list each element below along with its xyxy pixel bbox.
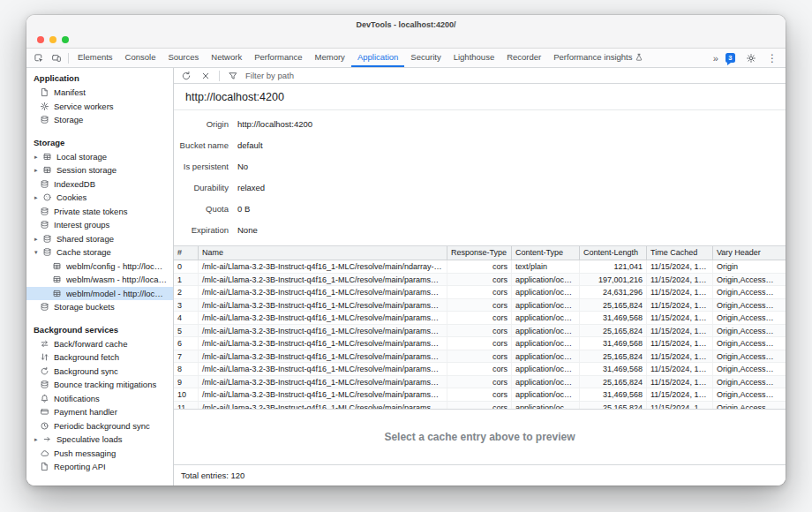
cache-entry-row-9[interactable]: 9/mlc-ai/Llama-3.2-3B-Instruct-q4f16_1-M… (174, 376, 786, 389)
preview-placeholder: Select a cache entry above to preview (174, 409, 786, 464)
table-icon (42, 165, 52, 175)
chevron-right-icon[interactable]: ▸ (34, 154, 42, 160)
cache-entry-row-4[interactable]: 4/mlc-ai/Llama-3.2-3B-Instruct-q4f16_1-M… (174, 312, 786, 325)
sidebar-item-payment-handler[interactable]: Payment handler (26, 405, 173, 419)
cell-idx: 3 (174, 299, 199, 312)
cell-content-length: 25,165,824 (580, 299, 647, 312)
chevron-right-icon[interactable]: ▸ (34, 167, 42, 173)
cache-entry-row-7[interactable]: 7/mlc-ai/Llama-3.2-3B-Instruct-q4f16_1-M… (174, 350, 786, 364)
sidebar-item-weblm-wasm-http-loca[interactable]: weblm/wasm - http://loca… (26, 273, 173, 287)
kebab-menu-icon[interactable]: ⋮ (767, 53, 778, 64)
sidebar-item-interest-groups[interactable]: Interest groups (26, 218, 173, 232)
cell-content-type: application/oc… (512, 274, 580, 286)
column-header-content-type[interactable]: Content-Type (512, 246, 580, 260)
delete-selected-icon[interactable] (197, 71, 214, 81)
chevron-down-icon[interactable]: ▾ (34, 249, 42, 255)
sidebar-item-shared-storage[interactable]: ▸Shared storage (26, 232, 173, 246)
cell-idx: 6 (174, 337, 199, 350)
tab-performance[interactable]: Performance (248, 49, 308, 67)
sidebar-section-application: Application (26, 70, 173, 86)
console-messages-icon[interactable]: 3 (726, 53, 735, 63)
cell-vary-header: Origin,Access… (713, 363, 786, 375)
sidebar-item-label: Interest groups (54, 220, 173, 230)
tab-performance-insights[interactable]: Performance insights (547, 49, 650, 67)
sidebar-item-storage[interactable]: Storage (26, 113, 173, 127)
refresh-icon[interactable] (177, 71, 195, 81)
sidebar-item-service-workers[interactable]: Service workers (26, 100, 173, 114)
sidebar-item-periodic-background-sync[interactable]: Periodic background sync (26, 419, 173, 433)
tab-label: Lighthouse (454, 52, 494, 62)
chevron-right-icon[interactable]: ▸ (34, 194, 42, 200)
meta-value-bucket-name: default (237, 140, 778, 150)
cell-response-type: cors (447, 376, 512, 388)
cache-entry-row-3[interactable]: 3/mlc-ai/Llama-3.2-3B-Instruct-q4f16_1-M… (174, 299, 786, 312)
sidebar-item-reporting-api[interactable]: Reporting API (26, 460, 173, 474)
tab-console[interactable]: Console (119, 49, 162, 67)
tab-security[interactable]: Security (404, 49, 447, 67)
sidebar-item-notifications[interactable]: Notifications (26, 392, 173, 406)
cell-name: /mlc-ai/Llama-3.2-3B-Instruct-q4f16_1-ML… (199, 260, 447, 273)
sidebar-item-back-forward-cache[interactable]: Back/forward cache (26, 337, 173, 351)
filter-by-path-input[interactable] (245, 71, 378, 80)
column-header-time-cached[interactable]: Time Cached (647, 246, 713, 260)
zoom-window-button[interactable] (62, 36, 69, 43)
cache-entry-row-8[interactable]: 8/mlc-ai/Llama-3.2-3B-Instruct-q4f16_1-M… (174, 363, 786, 376)
column-header-[interactable]: # (174, 246, 199, 260)
cell-name: /mlc-ai/Llama-3.2-3B-Instruct-q4f16_1-ML… (199, 312, 447, 324)
tab-label: Application (357, 52, 398, 62)
sidebar-item-indexeddb[interactable]: IndexedDB (26, 177, 173, 192)
column-header-response-type[interactable]: Response-Type (447, 246, 512, 260)
chevron-right-icon[interactable]: ▸ (34, 436, 42, 442)
column-header-content-length[interactable]: Content-Length (580, 246, 647, 260)
sidebar-item-local-storage[interactable]: ▸Local storage (26, 150, 173, 164)
sidebar-item-cache-storage[interactable]: ▾Cache storage (26, 245, 173, 260)
sidebar-item-bounce-tracking-mitigations[interactable]: Bounce tracking mitigations (26, 378, 173, 392)
device-toolbar-icon[interactable] (48, 49, 65, 67)
minimize-window-button[interactable] (49, 36, 56, 43)
sidebar-item-private-state-tokens[interactable]: Private state tokens (26, 205, 173, 219)
cell-content-length: 25,165,824 (580, 350, 647, 363)
cache-entries-table: #NameResponse-TypeContent-TypeContent-Le… (174, 245, 786, 409)
close-window-button[interactable] (37, 36, 44, 43)
cache-entry-row-2[interactable]: 2/mlc-ai/Llama-3.2-3B-Instruct-q4f16_1-M… (174, 286, 786, 299)
toolbar-divider (68, 53, 69, 64)
tab-memory[interactable]: Memory (309, 49, 351, 67)
cache-entry-row-0[interactable]: 0/mlc-ai/Llama-3.2-3B-Instruct-q4f16_1-M… (174, 260, 786, 274)
tab-application[interactable]: Application (351, 49, 404, 67)
inspect-element-icon[interactable] (30, 49, 48, 67)
cell-vary-header: Origin,Access… (713, 312, 786, 324)
tab-sources[interactable]: Sources (162, 49, 205, 67)
sidebar-item-manifest[interactable]: Manifest (26, 86, 173, 100)
cell-time-cached: 11/15/2024, 10… (647, 260, 713, 273)
cache-entry-row-6[interactable]: 6/mlc-ai/Llama-3.2-3B-Instruct-q4f16_1-M… (174, 337, 786, 350)
settings-gear-icon[interactable] (742, 53, 760, 64)
tab-elements[interactable]: Elements (71, 49, 119, 67)
column-header-vary-header[interactable]: Vary Header (713, 246, 786, 260)
devtools-window: DevTools - localhost:4200/ ElementsConso… (26, 15, 786, 486)
tab-lighthouse[interactable]: Lighthouse (447, 49, 500, 67)
clock-icon (40, 421, 49, 431)
tab-network[interactable]: Network (205, 49, 248, 67)
column-header-name[interactable]: Name (199, 246, 447, 260)
cell-vary-header: Origin,Access… (713, 325, 786, 337)
sidebar-item-label: weblm/wasm - http://loca… (66, 275, 173, 284)
more-tabs-icon[interactable]: » (713, 53, 718, 64)
sidebar-item-speculative-loads[interactable]: ▸Speculative loads (26, 433, 173, 447)
cache-entry-row-1[interactable]: 1/mlc-ai/Llama-3.2-3B-Instruct-q4f16_1-M… (174, 274, 786, 287)
sidebar-item-storage-buckets[interactable]: Storage buckets (26, 300, 173, 314)
cache-entry-row-10[interactable]: 10/mlc-ai/Llama-3.2-3B-Instruct-q4f16_1-… (174, 388, 786, 402)
sidebar-item-weblm-model-http-loc[interactable]: weblm/model - http://loc… (26, 287, 173, 301)
sidebar-item-background-sync[interactable]: Background sync (26, 365, 173, 379)
tab-recorder[interactable]: Recorder (500, 49, 547, 67)
toolbar-divider (219, 71, 220, 81)
cache-entry-row-5[interactable]: 5/mlc-ai/Llama-3.2-3B-Instruct-q4f16_1-M… (174, 325, 786, 338)
cell-content-length: 25,165,824 (580, 402, 647, 410)
cache-entry-row-11[interactable]: 11/mlc-ai/Llama-3.2-3B-Instruct-q4f16_1-… (174, 402, 786, 410)
chevron-right-icon[interactable]: ▸ (34, 236, 42, 242)
window-titlebar[interactable]: DevTools - localhost:4200/ (26, 15, 786, 49)
sidebar-item-push-messaging[interactable]: Push messaging (26, 447, 173, 461)
sidebar-item-weblm-config-http-loc[interactable]: weblm/config - http://loc… (26, 260, 173, 274)
sidebar-item-background-fetch[interactable]: Background fetch (26, 350, 173, 365)
sidebar-item-session-storage[interactable]: ▸Session storage (26, 163, 173, 177)
sidebar-item-cookies[interactable]: ▸Cookies (26, 191, 173, 205)
